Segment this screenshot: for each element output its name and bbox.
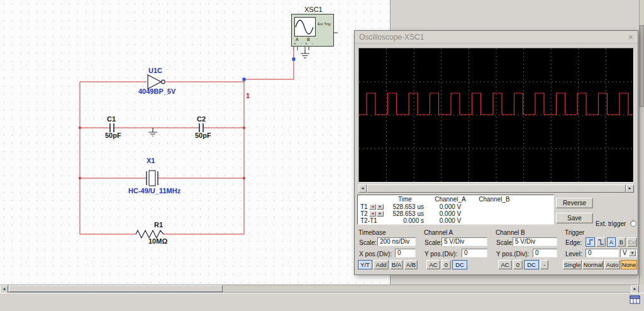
channel-b-ypos-label: Y pos.(Div): xyxy=(496,251,529,257)
t1-right-arrow[interactable]: ► xyxy=(377,204,384,210)
channel-b-scale-field[interactable]: 5 V/Div xyxy=(513,237,557,246)
inverter-symbol[interactable] xyxy=(148,75,165,89)
trigger-auto-button[interactable]: Auto xyxy=(604,260,620,269)
instrument-mini-display xyxy=(294,17,316,37)
c2-refdes[interactable]: C2 xyxy=(197,115,206,123)
u1-value[interactable]: 4049BP_5V xyxy=(138,88,175,95)
t2-right-arrow[interactable]: ► xyxy=(377,211,384,217)
ext-trigger-radio[interactable] xyxy=(630,220,636,227)
trigger-none-button[interactable]: None xyxy=(621,260,637,269)
statusbar xyxy=(0,293,644,311)
c2-value[interactable]: 50pF xyxy=(195,132,211,139)
window-title: Oscilloscope-XSC1 xyxy=(359,33,424,42)
trigger-level-label: Level: xyxy=(565,251,582,257)
instrument-label[interactable]: XSC1 xyxy=(304,6,323,13)
timebase-scale-label: Scale: xyxy=(359,239,377,246)
oscilloscope-instrument-icon[interactable]: Ext Trig A B + - + - xyxy=(291,14,334,47)
ba-button[interactable]: B/A xyxy=(390,260,403,269)
channel-b-ypos-field[interactable]: 0 xyxy=(533,249,557,257)
schematic-canvas[interactable]: XSC1 U1C 4049BP_5V C1 50pF C2 50pF X1 HC… xyxy=(0,0,391,285)
t2-left-arrow[interactable]: ◄ xyxy=(369,211,376,217)
close-icon[interactable]: × xyxy=(628,33,633,42)
chevron-down-icon[interactable]: ▼ xyxy=(629,250,636,256)
channel-a-ac-button[interactable]: AC xyxy=(426,260,440,269)
save-button[interactable]: Save xyxy=(556,213,593,223)
terminal-a-label: A xyxy=(296,37,299,42)
scroll-thumb[interactable] xyxy=(367,184,626,193)
channel-a-ypos-label: Y pos.(Div): xyxy=(425,251,457,257)
timebase-title: Timebase xyxy=(358,229,386,236)
yt-button[interactable]: Y/T xyxy=(358,260,372,269)
terminal-b-label: B xyxy=(307,37,310,42)
trigger-b-button[interactable]: B xyxy=(617,237,626,247)
terminal-a-polarity: + - xyxy=(294,42,304,45)
trigger-edge-label: Edge: xyxy=(565,239,582,246)
trigger-single-button[interactable]: Single xyxy=(563,260,582,269)
timebase-scale-field[interactable]: 200 ns/Div xyxy=(377,237,416,246)
ground-symbol[interactable] xyxy=(148,128,157,136)
ext-trig-label: Ext Trig xyxy=(318,22,330,26)
t2-channel-a: 0.000 V xyxy=(428,210,472,217)
reverse-button[interactable]: Reverse xyxy=(556,198,593,208)
t2t1-channel-a: 0.000 V xyxy=(428,217,472,224)
terminal-b-polarity: + - xyxy=(305,42,315,45)
falling-edge-icon[interactable] xyxy=(596,237,606,247)
r1-value[interactable]: 10MΩ xyxy=(148,237,167,245)
t1-left-arrow[interactable]: ◄ xyxy=(369,204,376,210)
r1-refdes[interactable]: R1 xyxy=(154,221,163,229)
junction-dots xyxy=(79,127,245,179)
scroll-left-icon[interactable]: ◄ xyxy=(358,184,367,193)
horizontal-scrollbar[interactable]: ◄ ► xyxy=(0,285,639,293)
t2t1-time: 0.000 s xyxy=(386,217,424,224)
timebase-xpos-field[interactable]: 0 xyxy=(395,249,416,257)
crystal-symbol[interactable] xyxy=(147,171,158,186)
u1-refdes[interactable]: U1C xyxy=(148,67,162,74)
horizontal-scroll-thumb[interactable] xyxy=(9,285,223,292)
channel-b-ac-button[interactable]: AC xyxy=(498,260,512,269)
channel-b-title: Channel B xyxy=(496,229,525,236)
t1-channel-a: 0.000 V xyxy=(428,203,472,210)
node-handles[interactable] xyxy=(243,58,296,81)
channel-a-0-button[interactable]: 0 xyxy=(441,260,451,269)
channel-b-scale-label: Scale: xyxy=(496,239,514,246)
ground-symbol-scope[interactable] xyxy=(301,50,309,58)
spreadsheet-view-icon[interactable] xyxy=(630,295,640,307)
scope-trace xyxy=(359,48,633,182)
x1-value[interactable]: HC-49/U_11MHz xyxy=(128,187,180,195)
ab-button[interactable]: A/B xyxy=(404,260,418,269)
channel-a-ypos-field[interactable]: 0 xyxy=(462,249,487,257)
trigger-a-button[interactable]: A xyxy=(607,237,616,247)
t1-label: T1 xyxy=(360,203,368,210)
trigger-level-field[interactable]: 0 xyxy=(586,249,619,257)
scroll-right-icon[interactable]: ► xyxy=(626,184,634,193)
vertical-scrollbar[interactable] xyxy=(639,0,644,285)
channel-b-0-button[interactable]: 0 xyxy=(513,260,523,269)
x1-refdes[interactable]: X1 xyxy=(147,157,155,164)
c1-refdes[interactable]: C1 xyxy=(107,115,116,123)
trigger-ext-button[interactable]: Ext xyxy=(627,237,637,247)
c1-value[interactable]: 50pF xyxy=(105,132,121,139)
channel-a-title: Channel A xyxy=(424,229,453,236)
rising-edge-icon[interactable] xyxy=(586,237,595,247)
channel-a-scale-field[interactable]: 5 V/Div xyxy=(441,237,487,246)
t2-label: T2 xyxy=(360,210,368,217)
measurement-panel: Time Channel_A Channel_B T1 ◄ ► 528.653 … xyxy=(357,195,554,225)
channel-a-dc-button[interactable]: DC xyxy=(452,260,467,269)
oscilloscope-window[interactable]: Oscilloscope-XSC1 × ◄ ► Time Channel_A C… xyxy=(354,30,638,275)
wire-net[interactable] xyxy=(80,50,294,234)
trigger-unit-combo[interactable]: V ▼ xyxy=(620,249,637,257)
t2-time: 528.653 us xyxy=(386,210,424,217)
vertical-scroll-thumb[interactable] xyxy=(640,25,644,107)
timebase-xpos-label: X pos.(Div): xyxy=(359,251,392,257)
oscilloscope-titlebar[interactable]: Oscilloscope-XSC1 × xyxy=(355,31,638,43)
net-number-label[interactable]: 1 xyxy=(246,92,250,99)
scope-scrollbar[interactable]: ◄ ► xyxy=(358,184,634,193)
channel-b-dc-button[interactable]: DC xyxy=(524,260,539,269)
add-button[interactable]: Add xyxy=(374,260,389,269)
col-header-channel-b: Channel_B xyxy=(472,196,516,203)
channel-a-scale-label: Scale: xyxy=(425,239,442,246)
trigger-title: Trigger xyxy=(565,229,584,236)
trigger-normal-button[interactable]: Normal xyxy=(582,260,604,269)
channel-b-invert-button[interactable]: - xyxy=(540,260,548,269)
scope-display xyxy=(358,48,634,183)
